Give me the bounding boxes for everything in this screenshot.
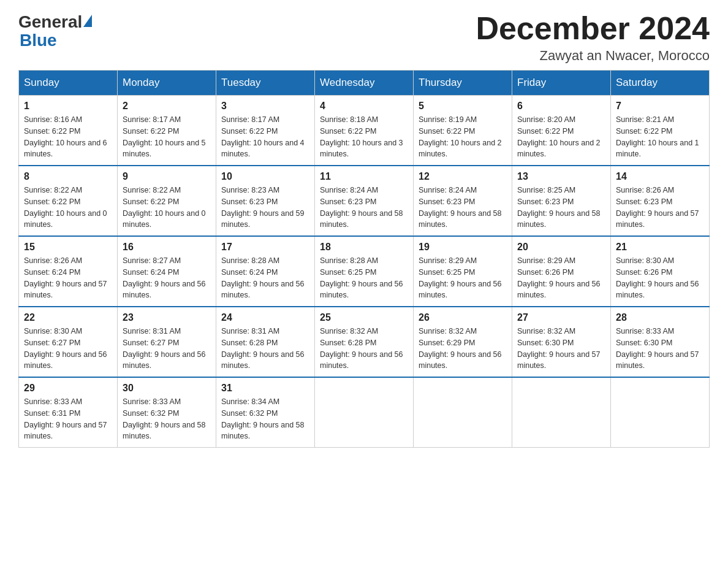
day-info: Sunrise: 8:33 AMSunset: 6:31 PMDaylight:…: [24, 396, 112, 442]
day-number: 16: [123, 242, 211, 253]
calendar-day-cell: 14Sunrise: 8:26 AMSunset: 6:23 PMDayligh…: [611, 166, 710, 236]
day-info: Sunrise: 8:31 AMSunset: 6:27 PMDaylight:…: [123, 326, 211, 372]
calendar-day-cell: 13Sunrise: 8:25 AMSunset: 6:23 PMDayligh…: [512, 166, 611, 236]
calendar-day-cell: [611, 377, 710, 448]
day-info: Sunrise: 8:22 AMSunset: 6:22 PMDaylight:…: [24, 185, 112, 231]
day-info: Sunrise: 8:24 AMSunset: 6:23 PMDaylight:…: [419, 185, 507, 231]
calendar-day-cell: 10Sunrise: 8:23 AMSunset: 6:23 PMDayligh…: [216, 166, 315, 236]
day-info: Sunrise: 8:31 AMSunset: 6:28 PMDaylight:…: [221, 326, 309, 372]
day-number: 5: [419, 101, 507, 112]
day-info: Sunrise: 8:26 AMSunset: 6:23 PMDaylight:…: [616, 185, 704, 231]
day-info: Sunrise: 8:29 AMSunset: 6:26 PMDaylight:…: [517, 255, 605, 301]
calendar-header-row: SundayMondayTuesdayWednesdayThursdayFrid…: [19, 71, 710, 96]
day-number: 24: [221, 312, 309, 323]
day-number: 17: [221, 242, 309, 253]
day-info: Sunrise: 8:21 AMSunset: 6:22 PMDaylight:…: [616, 114, 704, 160]
day-number: 22: [24, 312, 112, 323]
day-info: Sunrise: 8:32 AMSunset: 6:30 PMDaylight:…: [517, 326, 605, 372]
day-number: 21: [616, 242, 704, 253]
day-number: 19: [419, 242, 507, 253]
page-header: General Blue December 2024 Zawyat an Nwa…: [18, 12, 710, 64]
calendar-day-cell: 20Sunrise: 8:29 AMSunset: 6:26 PMDayligh…: [512, 236, 611, 307]
calendar-day-header: Sunday: [19, 71, 118, 96]
logo: General Blue: [18, 12, 93, 50]
calendar-day-cell: 25Sunrise: 8:32 AMSunset: 6:28 PMDayligh…: [315, 307, 414, 377]
day-info: Sunrise: 8:29 AMSunset: 6:25 PMDaylight:…: [419, 255, 507, 301]
day-number: 26: [419, 312, 507, 323]
calendar-day-header: Wednesday: [315, 71, 414, 96]
calendar-day-header: Monday: [118, 71, 216, 96]
calendar-day-cell: 19Sunrise: 8:29 AMSunset: 6:25 PMDayligh…: [414, 236, 512, 307]
day-info: Sunrise: 8:30 AMSunset: 6:27 PMDaylight:…: [24, 326, 112, 372]
day-number: 31: [221, 383, 309, 394]
day-number: 6: [517, 101, 605, 112]
calendar-day-cell: 3Sunrise: 8:17 AMSunset: 6:22 PMDaylight…: [216, 96, 315, 166]
calendar-day-cell: 8Sunrise: 8:22 AMSunset: 6:22 PMDaylight…: [19, 166, 118, 236]
calendar-day-cell: 18Sunrise: 8:28 AMSunset: 6:25 PMDayligh…: [315, 236, 414, 307]
day-info: Sunrise: 8:27 AMSunset: 6:24 PMDaylight:…: [123, 255, 211, 301]
day-number: 25: [320, 312, 408, 323]
calendar-day-cell: 7Sunrise: 8:21 AMSunset: 6:22 PMDaylight…: [611, 96, 710, 166]
calendar-day-cell: 2Sunrise: 8:17 AMSunset: 6:22 PMDaylight…: [118, 96, 216, 166]
day-info: Sunrise: 8:24 AMSunset: 6:23 PMDaylight:…: [320, 185, 408, 231]
calendar-day-cell: 21Sunrise: 8:30 AMSunset: 6:26 PMDayligh…: [611, 236, 710, 307]
calendar-day-cell: 5Sunrise: 8:19 AMSunset: 6:22 PMDaylight…: [414, 96, 512, 166]
calendar-day-cell: 28Sunrise: 8:33 AMSunset: 6:30 PMDayligh…: [611, 307, 710, 377]
day-number: 23: [123, 312, 211, 323]
calendar-day-cell: 16Sunrise: 8:27 AMSunset: 6:24 PMDayligh…: [118, 236, 216, 307]
day-number: 13: [517, 171, 605, 182]
day-info: Sunrise: 8:32 AMSunset: 6:28 PMDaylight:…: [320, 326, 408, 372]
logo-general-text: General: [18, 12, 82, 32]
day-number: 12: [419, 171, 507, 182]
calendar-day-cell: 1Sunrise: 8:16 AMSunset: 6:22 PMDaylight…: [19, 96, 118, 166]
day-number: 3: [221, 101, 309, 112]
day-number: 29: [24, 383, 112, 394]
day-info: Sunrise: 8:16 AMSunset: 6:22 PMDaylight:…: [24, 114, 112, 160]
calendar-day-cell: 30Sunrise: 8:33 AMSunset: 6:32 PMDayligh…: [118, 377, 216, 448]
day-info: Sunrise: 8:34 AMSunset: 6:32 PMDaylight:…: [221, 396, 309, 442]
day-info: Sunrise: 8:23 AMSunset: 6:23 PMDaylight:…: [221, 185, 309, 231]
calendar-day-cell: 12Sunrise: 8:24 AMSunset: 6:23 PMDayligh…: [414, 166, 512, 236]
calendar-day-cell: 31Sunrise: 8:34 AMSunset: 6:32 PMDayligh…: [216, 377, 315, 448]
month-title: December 2024: [476, 12, 710, 44]
day-info: Sunrise: 8:33 AMSunset: 6:32 PMDaylight:…: [123, 396, 211, 442]
calendar-week-row: 8Sunrise: 8:22 AMSunset: 6:22 PMDaylight…: [19, 166, 710, 236]
calendar-day-cell: 29Sunrise: 8:33 AMSunset: 6:31 PMDayligh…: [19, 377, 118, 448]
calendar-day-header: Saturday: [611, 71, 710, 96]
calendar-week-row: 22Sunrise: 8:30 AMSunset: 6:27 PMDayligh…: [19, 307, 710, 377]
location-title: Zawyat an Nwacer, Morocco: [476, 48, 710, 64]
day-info: Sunrise: 8:28 AMSunset: 6:25 PMDaylight:…: [320, 255, 408, 301]
day-number: 15: [24, 242, 112, 253]
calendar-week-row: 1Sunrise: 8:16 AMSunset: 6:22 PMDaylight…: [19, 96, 710, 166]
day-info: Sunrise: 8:32 AMSunset: 6:29 PMDaylight:…: [419, 326, 507, 372]
day-info: Sunrise: 8:19 AMSunset: 6:22 PMDaylight:…: [419, 114, 507, 160]
calendar-day-cell: 11Sunrise: 8:24 AMSunset: 6:23 PMDayligh…: [315, 166, 414, 236]
day-number: 27: [517, 312, 605, 323]
day-info: Sunrise: 8:17 AMSunset: 6:22 PMDaylight:…: [221, 114, 309, 160]
calendar-day-cell: 17Sunrise: 8:28 AMSunset: 6:24 PMDayligh…: [216, 236, 315, 307]
calendar-day-cell: 22Sunrise: 8:30 AMSunset: 6:27 PMDayligh…: [19, 307, 118, 377]
calendar-day-header: Thursday: [414, 71, 512, 96]
calendar-day-cell: 6Sunrise: 8:20 AMSunset: 6:22 PMDaylight…: [512, 96, 611, 166]
day-number: 8: [24, 171, 112, 182]
day-info: Sunrise: 8:28 AMSunset: 6:24 PMDaylight:…: [221, 255, 309, 301]
day-number: 14: [616, 171, 704, 182]
day-number: 4: [320, 101, 408, 112]
calendar-table: SundayMondayTuesdayWednesdayThursdayFrid…: [18, 70, 710, 448]
day-info: Sunrise: 8:22 AMSunset: 6:22 PMDaylight:…: [123, 185, 211, 231]
day-number: 9: [123, 171, 211, 182]
day-number: 28: [616, 312, 704, 323]
day-number: 2: [123, 101, 211, 112]
calendar-day-cell: [315, 377, 414, 448]
calendar-day-cell: 15Sunrise: 8:26 AMSunset: 6:24 PMDayligh…: [19, 236, 118, 307]
title-block: December 2024 Zawyat an Nwacer, Morocco: [476, 12, 710, 64]
day-info: Sunrise: 8:26 AMSunset: 6:24 PMDaylight:…: [24, 255, 112, 301]
calendar-day-header: Tuesday: [216, 71, 315, 96]
calendar-day-cell: 4Sunrise: 8:18 AMSunset: 6:22 PMDaylight…: [315, 96, 414, 166]
day-number: 10: [221, 171, 309, 182]
calendar-day-cell: 27Sunrise: 8:32 AMSunset: 6:30 PMDayligh…: [512, 307, 611, 377]
calendar-day-cell: 9Sunrise: 8:22 AMSunset: 6:22 PMDaylight…: [118, 166, 216, 236]
day-info: Sunrise: 8:33 AMSunset: 6:30 PMDaylight:…: [616, 326, 704, 372]
day-number: 20: [517, 242, 605, 253]
day-number: 1: [24, 101, 112, 112]
